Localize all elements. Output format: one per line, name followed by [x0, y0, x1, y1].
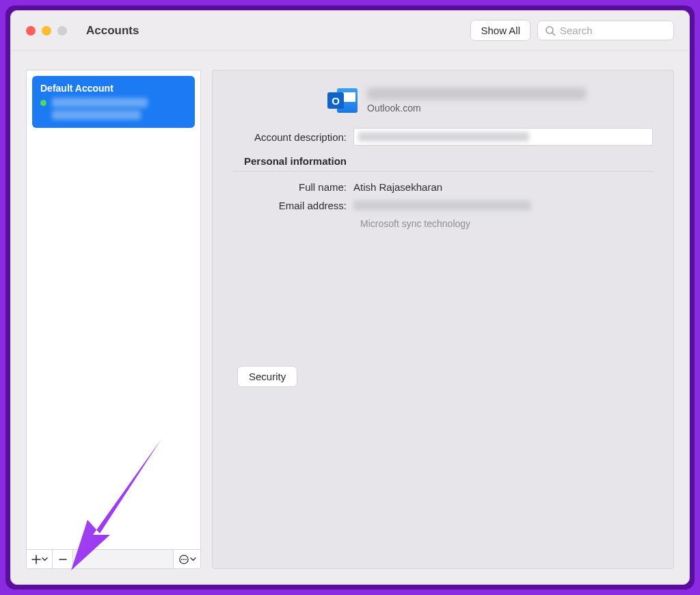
plus-icon: [31, 555, 41, 564]
account-description-label: Account description:: [233, 131, 353, 143]
add-account-button[interactable]: [27, 550, 53, 568]
personal-info-heading: Personal information: [244, 155, 653, 167]
window-controls: [26, 26, 67, 36]
zoom-window-button[interactable]: [57, 26, 67, 36]
svg-point-4: [183, 559, 185, 560]
account-list: Default Account: [27, 70, 200, 549]
minus-icon: [58, 555, 68, 564]
search-icon: [545, 25, 556, 36]
sidebar-footer: [27, 549, 200, 568]
chevron-down-icon: [190, 556, 196, 562]
full-name-value: Atish Rajasekharan: [353, 181, 442, 193]
email-address-label: Email address:: [233, 200, 353, 211]
sync-technology-label: Microsoft sync technology: [360, 218, 653, 229]
account-description-value-redacted: [358, 132, 529, 142]
chevron-down-icon: [42, 556, 48, 562]
account-email-redacted: [367, 88, 586, 100]
show-all-button[interactable]: Show All: [470, 20, 530, 41]
account-header: O Outlook.com: [327, 85, 653, 116]
outlook-icon: O: [327, 85, 358, 116]
account-item-default[interactable]: Default Account: [32, 76, 195, 128]
svg-point-3: [181, 559, 183, 560]
window-title: Accounts: [86, 24, 139, 38]
ellipsis-icon: [178, 554, 189, 565]
account-description-input[interactable]: [353, 128, 653, 146]
close-window-button[interactable]: [26, 26, 36, 36]
account-item-title: Default Account: [40, 83, 187, 94]
account-item-detail-redacted: [52, 110, 141, 120]
svg-point-5: [185, 559, 187, 560]
search-field[interactable]: [537, 21, 674, 40]
remove-account-button[interactable]: [53, 550, 73, 568]
accounts-sidebar: Default Account: [26, 70, 201, 569]
full-name-label: Full name:: [233, 181, 353, 193]
account-detail-panel: O Outlook.com Account description: Perso…: [212, 70, 674, 569]
search-input[interactable]: [560, 25, 667, 36]
accounts-window: Accounts Show All Default Account: [10, 10, 690, 585]
minimize-window-button[interactable]: [42, 26, 51, 36]
more-actions-button[interactable]: [173, 550, 200, 568]
security-button[interactable]: Security: [237, 366, 297, 387]
account-item-email-redacted: [52, 98, 148, 107]
svg-line-1: [552, 33, 555, 36]
account-service-label: Outlook.com: [367, 103, 586, 114]
status-online-icon: [40, 100, 46, 106]
email-address-value-redacted: [353, 200, 531, 211]
titlebar: Accounts Show All: [11, 11, 689, 51]
